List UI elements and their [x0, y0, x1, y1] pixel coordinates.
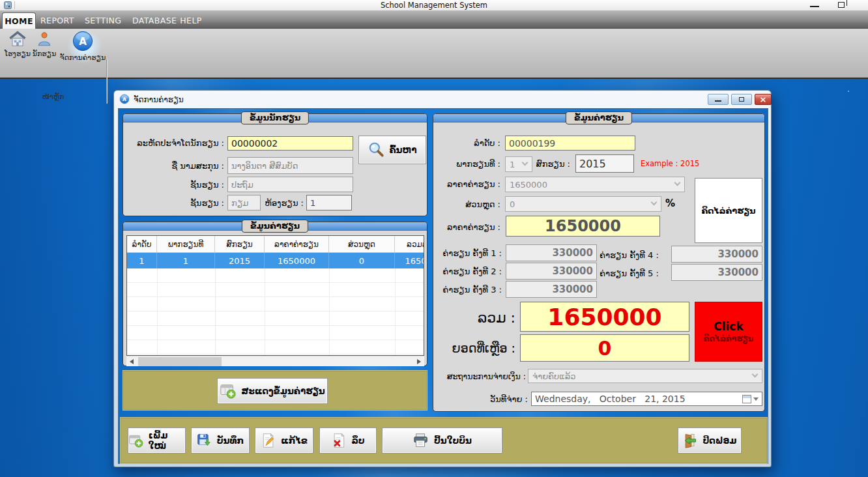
fee-no-input[interactable]: 00000199 — [505, 136, 635, 151]
edit-icon — [261, 433, 276, 448]
show-fees-button-label: ສະແດງຂໍ້ມູນຄ່າຮຽນ — [241, 386, 325, 396]
semester-combo[interactable]: 1 — [505, 156, 532, 172]
installment2-input[interactable]: 330000 — [506, 263, 597, 280]
col-no[interactable]: ລຳດັບ — [127, 236, 157, 252]
table-hscrollbar[interactable] — [126, 356, 424, 366]
scroll-right-arrow-icon[interactable] — [414, 356, 424, 366]
calc-button[interactable]: ຄິດໄລ່ຄ່າຮຽນ — [695, 178, 762, 243]
school-icon — [8, 30, 27, 48]
show-fees-button[interactable]: ສະແດງຂໍ້ມູນຄ່າຮຽນ — [217, 378, 328, 404]
save-icon — [197, 433, 212, 448]
print-label: ປິ້ນໃບບິນ — [434, 435, 472, 446]
cell-discount: 0 — [329, 253, 395, 268]
search-button[interactable]: ຄົ້ນຫາ — [358, 136, 426, 164]
payment-date-picker[interactable]: Wednesday, October 21, 2015 — [531, 392, 762, 406]
edit-button[interactable]: ແກ້ໄຂ — [255, 427, 313, 454]
delete-button[interactable]: ລຶບ — [319, 427, 377, 454]
dialog-title: ຈັດການຄ່າຮຽນ — [134, 95, 184, 104]
add-new-button[interactable]: ເພີ້ມໃໝ່ — [128, 427, 186, 454]
table-row[interactable]: 1 1 2015 1650000 0 1650000 — [127, 253, 424, 268]
payment-status-combo[interactable]: ຈ່າຍຄົບແລ້ວ — [528, 369, 762, 383]
click-calc-title: Click — [714, 320, 744, 333]
installment1-input[interactable]: 330000 — [506, 244, 597, 261]
fees-table-title: ຂໍ້ມູນຄ່າຮຽນ — [242, 220, 308, 233]
tab-home[interactable]: HOME — [2, 12, 36, 29]
fee-no-label: ລຳດັບ : — [433, 138, 500, 148]
date-dropdown-arrow-icon[interactable] — [753, 398, 759, 401]
total-label: ລວມ : — [433, 310, 515, 326]
toolbar-label-tuition: ຈັດການຄ່າຮຽນ — [60, 53, 106, 62]
semester-value: 1 — [510, 160, 515, 169]
window-title: School Management System — [0, 1, 868, 10]
cell-semester: 1 — [157, 253, 215, 268]
grade-input[interactable]: ກຽມ — [227, 195, 261, 210]
installment3-input[interactable]: 330000 — [506, 281, 597, 298]
price-combo[interactable]: 1650000 — [505, 177, 685, 192]
cell-total: 1650000 — [395, 253, 424, 268]
fees-table: ລຳດັບ ພາກຮຽນທີ ສົກຮຽນ ລາຄາຄ່າຮຽນ ສ່ວນຫຼຸ… — [126, 235, 424, 356]
chevron-down-icon — [522, 160, 528, 166]
ribbon-divider — [106, 59, 107, 104]
close-form-label: ປິດຟອມ — [702, 435, 736, 446]
installment1-label: ຄ່າຮຽນ ຄັ້ງທີ 1 : — [433, 248, 502, 258]
col-year[interactable]: ສົກຮຽນ — [215, 236, 265, 252]
col-total[interactable]: ລວມລາຄາ — [395, 236, 424, 252]
remaining-input[interactable]: 0 — [520, 334, 689, 362]
dialog-minimize-button[interactable] — [708, 94, 729, 105]
scrollbar-thumb[interactable] — [138, 357, 222, 366]
room-label: ຫ້ອງຮຽນ : — [263, 198, 304, 208]
installment5-input[interactable]: 330000 — [671, 264, 762, 281]
level-input[interactable]: ປະຖົມ — [227, 177, 353, 192]
payment-status-value: ຈ່າຍຄົບແລ້ວ — [532, 371, 575, 381]
svg-text:A: A — [79, 36, 87, 48]
installment4-input[interactable]: 330000 — [671, 246, 762, 263]
col-discount[interactable]: ສ່ວນຫຼຸດ — [329, 236, 395, 252]
click-calc-button[interactable]: Click ຄິດໄລ່ຄ່າຮຽນ — [695, 302, 762, 362]
col-price[interactable]: ລາຄາຄ່າຮຽນ — [265, 236, 329, 252]
search-button-label: ຄົ້ນຫາ — [389, 145, 416, 155]
year-input[interactable]: 2015 — [575, 154, 634, 173]
tab-setting[interactable]: SETTING — [85, 13, 117, 29]
toolbar-button-school[interactable]: ໂຮງຮຽນ — [1, 30, 34, 58]
minimize-button[interactable] — [810, 6, 819, 7]
payment-status-label: ສະຖານະການຈ່າຍເງິນ : — [433, 371, 526, 381]
maximize-button[interactable] — [838, 2, 845, 8]
search-icon — [368, 141, 384, 158]
student-info-group: ຂໍ້ມູນນັກຮຽນ ລະຫັດປະຈຳໂຕນັກຮຽນ : 0000000… — [123, 113, 427, 216]
col-semester[interactable]: ພາກຮຽນທີ — [157, 236, 215, 252]
dialog-restore-button[interactable] — [731, 94, 752, 105]
tuition-dialog: A ຈັດການຄ່າຮຽນ × ຂໍ້ມູນນັກຮຽນ ລະຫັດປະຈຳໂ… — [113, 90, 772, 467]
delete-label: ລຶບ — [351, 435, 364, 446]
save-button[interactable]: ບັນທຶກ — [191, 427, 250, 454]
calendar-icon — [742, 395, 751, 403]
room-input[interactable]: 1 — [306, 195, 352, 210]
fees-table-header: ລຳດັບ ພາກຮຽນທີ ສົກຮຽນ ລາຄາຄ່າຮຽນ ສ່ວນຫຼຸ… — [127, 236, 424, 253]
main-titlebar: School Management System — [0, 0, 868, 10]
tab-help[interactable]: HELP — [180, 13, 202, 29]
dialog-icon: A — [119, 94, 130, 104]
tab-database[interactable]: DATABASE — [132, 13, 170, 29]
scroll-left-arrow-icon[interactable] — [126, 356, 137, 366]
toolbar-button-student[interactable]: ນັກຮຽນ — [30, 30, 59, 58]
installment5-label: ຄ່າຮຽນ ຄັ້ງທີ 5 : — [600, 268, 653, 278]
student-group-title: ຂໍ້ມູນນັກຮຽນ — [241, 111, 309, 124]
student-name-input[interactable]: ນາງອິນຕາ ສີສົມບັດ — [227, 157, 353, 174]
fee-entry-group: ຂໍ້ມູນຄ່າຮຽນ ລຳດັບ : 00000199 ພາກຮຽນທີ :… — [433, 113, 765, 412]
student-id-label: ລະຫັດປະຈຳໂຕນັກຮຽນ : — [123, 138, 224, 148]
close-form-button[interactable]: ປິດຟອມ — [678, 427, 742, 454]
chevron-down-icon — [651, 199, 658, 206]
save-label: ບັນທຶກ — [217, 435, 244, 446]
price-total-input[interactable]: 1650000 — [506, 216, 660, 237]
dialog-close-button[interactable]: × — [755, 94, 772, 105]
tab-report[interactable]: REPORT — [40, 13, 73, 29]
toolbar-label-student: ນັກຮຽນ — [33, 50, 57, 58]
example-note: Example : 2015 — [641, 159, 699, 168]
total-input[interactable]: 1650000 — [520, 302, 689, 332]
cell-no: 1 — [127, 253, 157, 268]
dialog-titlebar: A ຈັດການຄ່າຮຽນ × — [114, 91, 771, 108]
print-button[interactable]: ປິ້ນໃບບິນ — [382, 427, 502, 454]
print-icon — [412, 432, 429, 449]
discount-combo[interactable]: 0 — [505, 196, 661, 212]
student-id-input[interactable]: 00000002 — [227, 136, 353, 151]
toolbar-button-tuition[interactable]: A ຈັດການຄ່າຮຽນ — [60, 30, 106, 62]
